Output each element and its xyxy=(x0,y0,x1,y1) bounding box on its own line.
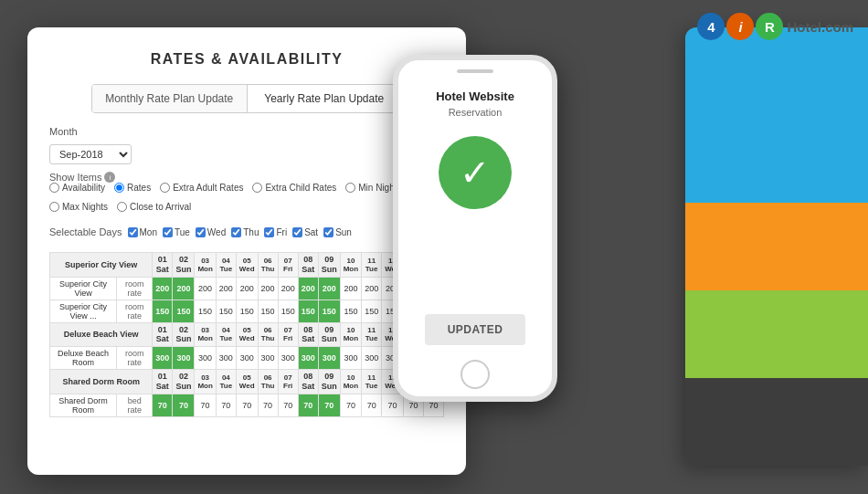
logo-4-circle: 4 xyxy=(697,13,725,40)
phone-screen: Hotel Website Reservation ✓ UPDATED xyxy=(398,80,552,360)
radio-availability[interactable]: Availability xyxy=(49,183,105,193)
radio-rates[interactable]: Rates xyxy=(114,183,151,193)
rate-table: Superior City View 01Sat 02Sun 03Mon 04T… xyxy=(49,252,444,417)
day-sun[interactable]: Sun xyxy=(323,227,352,237)
logo-area: 4 i R Hotel.com xyxy=(697,13,853,40)
group-label-deluxe: Deluxe Beach View xyxy=(50,322,153,347)
tab-yearly[interactable]: Yearly Rate Plan Update xyxy=(248,85,402,112)
page-title: RATES & AVAILABILITY xyxy=(49,51,444,68)
controls-area: Month Sep-2018 xyxy=(49,126,444,164)
date-cell-02s: 02Sun xyxy=(173,253,195,278)
selectable-days-left: Selectable Days Mon Tue Wed Thu Fri Sat … xyxy=(49,226,352,237)
group-row-dorm: Shared Dorm Room 01Sat 02Sun 03Mon 04Tue… xyxy=(50,370,444,394)
table-row: Superior City View ... room rate 150 150… xyxy=(50,300,444,322)
radio-extra-adult[interactable]: Extra Adult Rates xyxy=(160,183,243,193)
radio-max-nights[interactable]: Max Nights xyxy=(49,202,108,212)
tab-bar: Monthly Rate Plan Update Yearly Rate Pla… xyxy=(91,84,402,113)
date-cell-01s: 01Sat xyxy=(153,253,173,278)
show-items-label: Show Items i xyxy=(49,172,444,183)
color-block-orange xyxy=(685,203,868,290)
table-row: Deluxe Beach Room room rate 300 300 300 … xyxy=(50,347,444,370)
radio-extra-child[interactable]: Extra Child Rates xyxy=(252,183,336,193)
date-cell-09s: 09Sun xyxy=(318,253,340,278)
group-label-dorm: Shared Dorm Room xyxy=(50,370,153,394)
color-blocks xyxy=(685,27,868,466)
selectable-days-label: Selectable Days xyxy=(49,226,122,237)
phone-speaker xyxy=(457,69,493,73)
day-fri[interactable]: Fri xyxy=(264,227,287,237)
tab-monthly[interactable]: Monthly Rate Plan Update xyxy=(92,85,248,112)
selectable-days-row: Selectable Days Mon Tue Wed Thu Fri Sat … xyxy=(49,217,444,247)
day-mon[interactable]: Mon xyxy=(128,227,157,237)
check-circle: ✓ xyxy=(439,136,512,209)
color-block-blue xyxy=(685,27,868,203)
group-row-deluxe: Deluxe Beach View 01Sat 02Sun 03Mon 04Tu… xyxy=(50,322,444,347)
radio-close-arrival[interactable]: Close to Arrival xyxy=(117,202,191,212)
day-wed[interactable]: Wed xyxy=(196,227,226,237)
table-row: Shared Dorm Room bed rate 70 70 70 70 70… xyxy=(50,394,444,416)
logo-text: Hotel.com xyxy=(787,19,853,35)
logo-i-circle: i xyxy=(726,13,754,40)
check-mark-icon: ✓ xyxy=(460,154,491,191)
table-row: Superior City View room rate 200 200 200… xyxy=(50,277,444,300)
date-cell-08s: 08Sat xyxy=(298,253,318,278)
day-thu[interactable]: Thu xyxy=(231,227,259,237)
month-label: Month xyxy=(49,126,444,137)
logo-r-circle: R xyxy=(756,13,783,40)
color-block-dark xyxy=(685,378,868,466)
group-label-superior: Superior City View xyxy=(50,253,153,278)
phone-subtitle: Reservation xyxy=(449,107,503,118)
phone-mockup: Hotel Website Reservation ✓ UPDATED xyxy=(393,55,557,402)
group-row-superior: Superior City View 01Sat 02Sun 03Mon 04T… xyxy=(50,253,444,278)
day-sat[interactable]: Sat xyxy=(292,227,318,237)
radio-group: Availability Rates Extra Adult Rates Ext… xyxy=(49,183,444,212)
phone-home-button[interactable] xyxy=(460,360,490,389)
info-icon: i xyxy=(104,172,115,183)
color-block-green xyxy=(685,290,868,378)
day-tue[interactable]: Tue xyxy=(163,227,190,237)
updated-button[interactable]: UPDATED xyxy=(425,314,525,345)
month-select[interactable]: Sep-2018 xyxy=(49,144,132,164)
show-items-section: Show Items i Availability Rates Extra Ad… xyxy=(49,172,444,212)
phone-title: Hotel Website xyxy=(436,89,514,103)
